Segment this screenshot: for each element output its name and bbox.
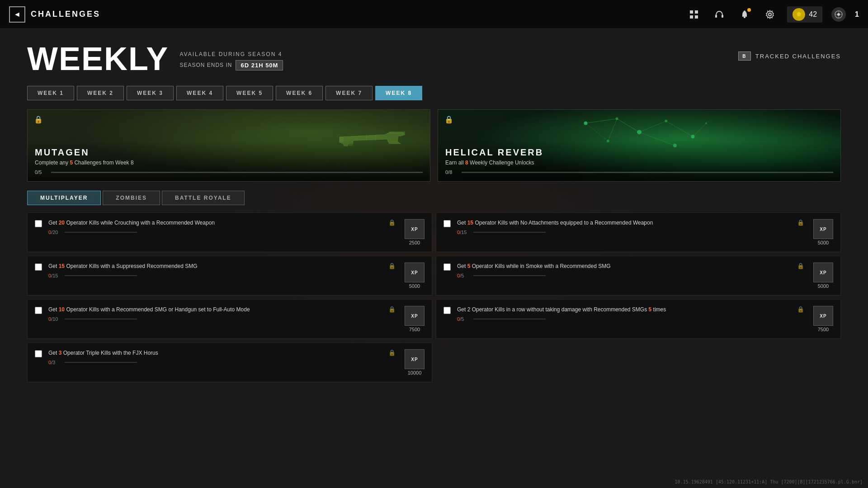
challenge-item-7: Get 3 Operator Triple Kills with the FJX… (27, 343, 432, 382)
mutagen-progress-text: 0/5 (35, 169, 47, 175)
debug-info: 10.15.19628491 [45:120.11231+11:A] Thu [… (675, 479, 863, 484)
week-tab-6[interactable]: WEEK 6 (276, 86, 323, 100)
helical-lock-icon: 🔒 (444, 115, 453, 124)
svg-rect-2 (690, 15, 693, 19)
notifications-icon[interactable] (736, 6, 753, 23)
svg-line-35 (586, 123, 608, 141)
challenge-2-lock-icon: 🔒 (797, 219, 804, 226)
challenge-5-text: Get 10 Operator Kills with a Recommended… (48, 306, 382, 322)
challenge-6-lock-icon: 🔒 (797, 306, 804, 313)
challenge-5-checkbox[interactable] (35, 307, 42, 314)
challenge-7-bar (65, 362, 137, 363)
week-tab-5[interactable]: WEEK 5 (226, 86, 273, 100)
xp-icon-1: XP (405, 219, 425, 239)
challenge-7-progress: 0/3 (48, 360, 382, 365)
player-level-number: 42 (809, 10, 817, 19)
challenge-4-text: Get 5 Operator Kills while in Smoke with… (457, 263, 791, 278)
challenge-7-reward: XP 10000 (405, 349, 425, 375)
challenge-4-checkbox[interactable] (443, 263, 451, 271)
xp-amount-6: 7500 (818, 327, 829, 332)
back-arrow-icon[interactable]: ◄ (9, 6, 25, 23)
svg-line-29 (617, 119, 639, 132)
week-tab-2[interactable]: WEEK 2 (77, 86, 124, 100)
svg-line-28 (586, 119, 617, 123)
mutagen-progress-row: 0/5 (35, 169, 423, 175)
tracked-challenges-button[interactable]: B TRACKED CHALLENGES (738, 52, 841, 61)
mode-tab-zombies[interactable]: ZOMBIES (103, 191, 160, 205)
challenge-6-text: Get 2 Operator Kills in a row without ta… (457, 306, 791, 322)
challenge-7-checkbox[interactable] (35, 350, 42, 357)
challenge-1-progress-text: 0/20 (48, 230, 62, 235)
mutagen-progress-bar (51, 172, 423, 173)
helical-progress-row: 0/8 (445, 169, 833, 175)
top-bar-right: 42 1 (686, 6, 859, 23)
xp-icon-5: XP (405, 306, 425, 326)
challenge-4-progress-text: 0/5 (457, 273, 471, 278)
mode-tab-battle-royale[interactable]: BATTLE ROYALE (162, 191, 245, 205)
mode-tab-multiplayer[interactable]: MULTIPLAYER (27, 191, 101, 205)
settings-icon[interactable] (762, 6, 778, 23)
week-tab-7[interactable]: WEEK 7 (326, 86, 373, 100)
challenge-item-2: Get 15 Operator Kills with No Attachment… (436, 212, 841, 252)
page-header: WEEKLY AVAILABLE DURING SEASON 4 SEASON … (27, 42, 841, 75)
xp-amount-1: 2500 (409, 240, 420, 245)
xp-icon-2: XP (813, 219, 833, 239)
svg-rect-4 (715, 15, 717, 18)
svg-point-7 (769, 13, 771, 16)
challenge-1-text: Get 20 Operator Kills while Crouching wi… (48, 219, 382, 235)
challenge-6-progress: 0/5 (457, 316, 791, 322)
challenge-item-5: Get 10 Operator Kills with a Recommended… (27, 299, 432, 339)
challenge-2-reward: XP 5000 (813, 219, 833, 245)
challenge-3-checkbox[interactable] (35, 263, 42, 271)
xp-amount-5: 7500 (409, 327, 420, 332)
available-during-text: AVAILABLE DURING SEASON 4 (179, 51, 283, 57)
xp-amount-2: 5000 (818, 240, 829, 245)
weekly-title: WEEKLY (27, 42, 169, 75)
week-tab-1[interactable]: WEEK 1 (27, 86, 74, 100)
mutagen-card-name: MUTAGEN (35, 147, 423, 158)
challenge-5-progress: 0/10 (48, 316, 382, 322)
grid-icon[interactable] (686, 6, 702, 23)
notification-dot (747, 8, 751, 12)
week-tab-8[interactable]: WEEK 8 (375, 86, 422, 100)
svg-line-30 (639, 121, 666, 132)
challenge-2-text: Get 15 Operator Kills with No Attachment… (457, 219, 791, 235)
challenge-cards-row: 🔒 MUTAGEN Complete any 5 Challenges from… (27, 109, 841, 182)
mutagen-card-content: MUTAGEN Complete any 5 Challenges from W… (28, 141, 430, 181)
week-tabs: WEEK 1 WEEK 2 WEEK 3 WEEK 4 WEEK 5 WEEK … (27, 86, 841, 100)
mutagen-card[interactable]: 🔒 MUTAGEN Complete any 5 Challenges from… (27, 109, 430, 182)
audio-icon[interactable] (711, 6, 727, 23)
helical-reverb-card[interactable]: 🔒 HELICAL REVERB Earn all 8 Weekly Chall… (438, 109, 841, 182)
back-button[interactable]: ◄ CHALLENGES (9, 6, 100, 23)
svg-rect-6 (744, 17, 745, 18)
prestige-icon[interactable] (831, 7, 846, 22)
week-tab-3[interactable]: WEEK 3 (127, 86, 174, 100)
svg-rect-0 (690, 10, 693, 14)
xp-amount-4: 5000 (818, 283, 829, 289)
challenge-2-progress: 0/15 (457, 230, 791, 235)
xp-icon-4: XP (813, 263, 833, 282)
challenge-1-checkbox[interactable] (35, 220, 42, 227)
challenge-6-reward: XP 7500 (813, 306, 833, 332)
helical-card-content: HELICAL REVERB Earn all 8 Weekly Challen… (438, 141, 840, 181)
challenge-2-checkbox[interactable] (443, 220, 451, 227)
challenge-3-text: Get 15 Operator Kills with a Suppressed … (48, 263, 382, 278)
challenge-item-1: Get 20 Operator Kills while Crouching wi… (27, 212, 432, 252)
challenge-4-lock-icon: 🔒 (797, 263, 804, 269)
xp-icon-7: XP (405, 349, 425, 369)
main-content: WEEKLY AVAILABLE DURING SEASON 4 SEASON … (0, 29, 868, 488)
xp-amount-7: 10000 (408, 370, 422, 375)
svg-line-34 (693, 123, 707, 137)
challenge-5-lock-icon: 🔒 (388, 306, 396, 313)
prestige-number: 1 (855, 10, 859, 19)
season-ends-row: SEASON ENDS IN 6d 21h 50m (179, 60, 283, 70)
challenge-6-checkbox[interactable] (443, 307, 451, 314)
helical-card-name: HELICAL REVERB (445, 147, 833, 158)
challenge-4-desc: Get 5 Operator Kills while in Smoke with… (457, 263, 791, 270)
week-tab-4[interactable]: WEEK 4 (176, 86, 223, 100)
challenge-4-progress: 0/5 (457, 273, 791, 278)
challenge-item-6: Get 2 Operator Kills in a row without ta… (436, 299, 841, 339)
challenge-6-bar (473, 319, 546, 319)
level-icon (793, 8, 805, 21)
challenge-7-lock-icon: 🔒 (388, 349, 396, 356)
